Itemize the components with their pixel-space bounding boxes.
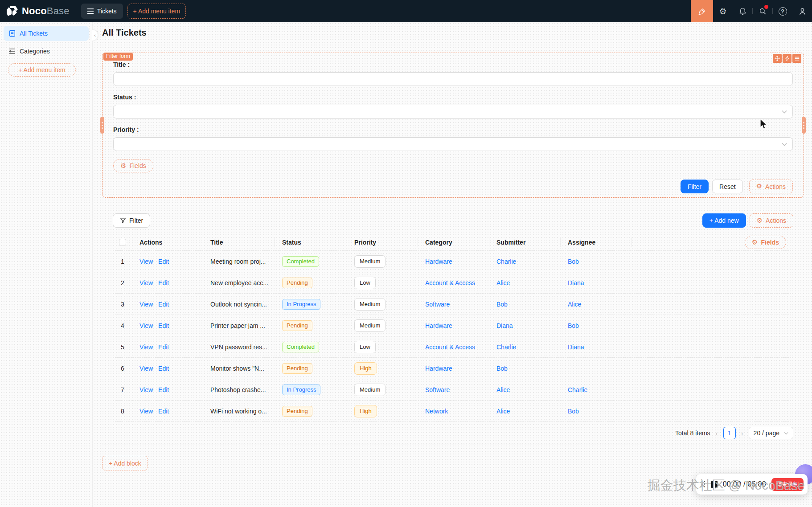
stop-recording-button[interactable]: 结束录制 (771, 478, 804, 491)
sidebar-item-label: Categories (20, 48, 50, 55)
pagination-page-1[interactable]: 1 (723, 427, 736, 439)
sidebar-item-label: All Tickets (20, 30, 48, 37)
pause-icon[interactable] (711, 481, 718, 488)
sidebar-item-categories[interactable]: Categories (4, 44, 89, 59)
submitter-link[interactable]: Charlie (496, 343, 516, 351)
add-menu-item-button-top[interactable]: + Add menu item (127, 4, 186, 19)
menu-tickets[interactable]: Tickets (81, 4, 123, 19)
assignee-link[interactable]: Bob (568, 258, 579, 265)
pagination-next-button[interactable]: › (740, 429, 744, 437)
drag-block-button[interactable] (773, 54, 782, 63)
submitter-link[interactable]: Alice (496, 408, 510, 415)
user-icon (798, 7, 807, 16)
filter-submit-button[interactable]: Filter (681, 180, 709, 193)
filter-form-block-tag: Filter form (103, 53, 133, 61)
page-size-select[interactable]: 20 / page (749, 427, 793, 439)
block-resize-handle-right[interactable] (802, 117, 806, 134)
priority-select[interactable] (113, 137, 793, 151)
block-resize-handle-left[interactable] (100, 117, 104, 134)
table-filter-button[interactable]: Filter (113, 213, 150, 228)
view-link[interactable]: View (139, 301, 153, 308)
assignee-link[interactable]: Charlie (568, 386, 587, 393)
row-priority-cell: Medium (347, 319, 418, 332)
view-link[interactable]: View (139, 322, 153, 329)
recorder-time: 00:00 / 05:00 (723, 480, 766, 488)
settings-button[interactable]: ⚙ (713, 0, 733, 22)
view-link[interactable]: View (139, 279, 153, 286)
row-actions-cell: ViewEdit (132, 365, 203, 372)
help-button[interactable]: ? (773, 0, 792, 22)
add-menu-item-button-sidebar[interactable]: + Add menu item (8, 63, 76, 77)
category-link[interactable]: Network (425, 408, 448, 415)
pagination-prev-button[interactable]: ‹ (715, 429, 719, 437)
row-title-cell: WiFi not working o... (203, 408, 275, 415)
recorder-drag-handle[interactable] (701, 481, 706, 488)
edit-link[interactable]: Edit (158, 279, 169, 286)
edit-link[interactable]: Edit (158, 408, 169, 415)
table-toolbar: Filter + Add new ⚙ Actions (113, 213, 793, 228)
category-link[interactable]: Hardware (425, 258, 452, 265)
table-row: 2ViewEditNew employee acc...PendingLowAc… (113, 272, 793, 294)
notifications-button[interactable] (733, 0, 752, 22)
sidebar-item-all-tickets[interactable]: All Tickets (4, 26, 89, 41)
view-link[interactable]: View (139, 408, 153, 415)
filter-field-priority: Priority : (113, 126, 793, 151)
status-select[interactable] (113, 105, 793, 119)
submitter-link[interactable]: Bob (496, 365, 508, 372)
gear-icon: ⚙ (120, 163, 126, 169)
add-new-button[interactable]: + Add new (702, 213, 746, 228)
submitter-link[interactable]: Bob (496, 301, 508, 308)
assignee-link[interactable]: Bob (568, 322, 579, 329)
view-link[interactable]: View (139, 258, 153, 265)
reset-button[interactable]: Reset (712, 180, 743, 193)
category-link[interactable]: Hardware (425, 322, 452, 329)
category-link[interactable]: Software (425, 386, 450, 393)
edit-link[interactable]: Edit (158, 301, 169, 308)
block-linkage-button[interactable] (783, 54, 791, 63)
row-index: 4 (113, 322, 132, 329)
assignee-link[interactable]: Diana (568, 279, 584, 286)
view-link[interactable]: View (139, 386, 153, 393)
view-link[interactable]: View (139, 343, 153, 351)
submitter-link[interactable]: Diana (496, 322, 513, 329)
user-avatar-button[interactable] (792, 0, 812, 22)
configure-actions-button[interactable]: ⚙ Actions (749, 180, 793, 193)
assignee-link[interactable]: Bob (568, 408, 579, 415)
submitter-link[interactable]: Charlie (496, 258, 516, 265)
add-menu-item-label: + Add menu item (18, 66, 65, 74)
row-actions-cell: ViewEdit (132, 386, 203, 393)
submitter-link[interactable]: Alice (496, 386, 510, 393)
edit-link[interactable]: Edit (158, 322, 169, 329)
select-all-checkbox[interactable] (119, 239, 126, 246)
chevron-down-icon (782, 143, 787, 146)
configure-fields-button[interactable]: ⚙ Fields (113, 159, 153, 172)
row-category-cell: Hardware (418, 365, 489, 372)
edit-link[interactable]: Edit (158, 365, 169, 372)
category-link[interactable]: Hardware (425, 365, 452, 372)
edit-link[interactable]: Edit (158, 258, 169, 265)
sidebar: All Tickets Categories + Add menu item ‹ (0, 22, 93, 507)
configure-columns-button[interactable]: ⚙ Fields (745, 236, 786, 249)
category-link[interactable]: Account & Access (425, 343, 475, 351)
block-settings-menu-button[interactable] (792, 54, 801, 63)
status-badge: In Progress (282, 384, 320, 395)
category-link[interactable]: Software (425, 301, 450, 308)
edit-link[interactable]: Edit (158, 343, 169, 351)
row-priority-cell: Medium (347, 384, 418, 396)
search-button[interactable] (753, 0, 772, 22)
submitter-link[interactable]: Alice (496, 279, 510, 286)
row-assignee-cell: Diana (561, 343, 632, 351)
edit-link[interactable]: Edit (158, 386, 169, 393)
add-block-button[interactable]: + Add block (102, 456, 148, 470)
title-input[interactable] (113, 72, 793, 86)
assignee-link[interactable]: Alice (568, 301, 581, 308)
view-link[interactable]: View (139, 365, 153, 372)
configure-table-actions-button[interactable]: ⚙ Actions (750, 213, 793, 228)
nocobase-logo[interactable]: NocoBase (0, 5, 76, 17)
ui-editor-toggle-button[interactable] (691, 0, 713, 22)
row-status-cell: In Progress (275, 299, 347, 310)
question-icon: ? (779, 7, 787, 16)
category-link[interactable]: Account & Access (425, 279, 475, 286)
assignee-link[interactable]: Diana (568, 343, 584, 351)
row-actions-cell: ViewEdit (132, 343, 203, 351)
